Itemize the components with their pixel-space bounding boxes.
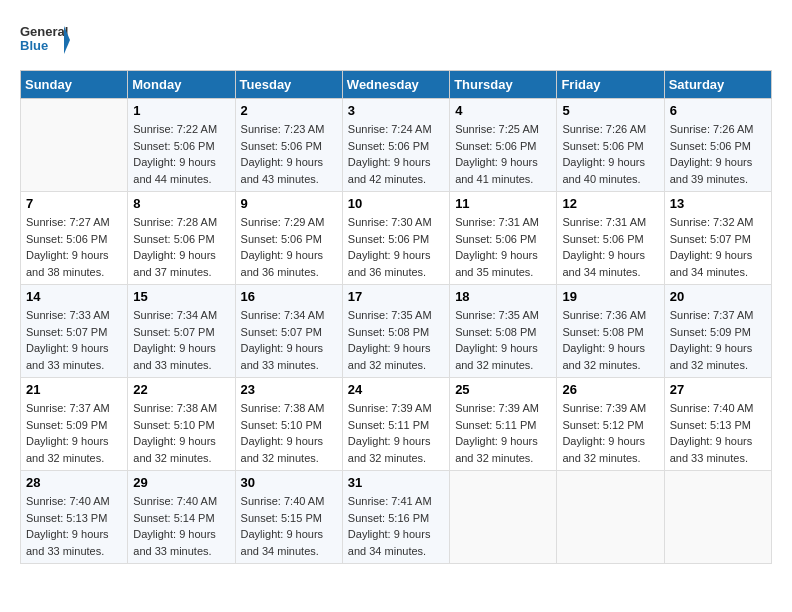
day-number: 25	[455, 382, 551, 397]
daylight-label: Daylight: 9 hours and 34 minutes.	[562, 249, 645, 278]
daylight-label: Daylight: 9 hours and 32 minutes.	[562, 342, 645, 371]
sunrise-label: Sunrise: 7:33 AM	[26, 309, 110, 321]
day-info: Sunrise: 7:38 AM Sunset: 5:10 PM Dayligh…	[133, 400, 229, 466]
day-number: 29	[133, 475, 229, 490]
sunrise-label: Sunrise: 7:31 AM	[562, 216, 646, 228]
day-cell: 26 Sunrise: 7:39 AM Sunset: 5:12 PM Dayl…	[557, 378, 664, 471]
day-info: Sunrise: 7:36 AM Sunset: 5:08 PM Dayligh…	[562, 307, 658, 373]
day-cell: 13 Sunrise: 7:32 AM Sunset: 5:07 PM Dayl…	[664, 192, 771, 285]
sunset-label: Sunset: 5:14 PM	[133, 512, 214, 524]
daylight-label: Daylight: 9 hours and 32 minutes.	[348, 435, 431, 464]
daylight-label: Daylight: 9 hours and 38 minutes.	[26, 249, 109, 278]
daylight-label: Daylight: 9 hours and 32 minutes.	[133, 435, 216, 464]
sunset-label: Sunset: 5:07 PM	[241, 326, 322, 338]
day-header-monday: Monday	[128, 71, 235, 99]
day-number: 20	[670, 289, 766, 304]
day-cell: 7 Sunrise: 7:27 AM Sunset: 5:06 PM Dayli…	[21, 192, 128, 285]
sunset-label: Sunset: 5:06 PM	[241, 233, 322, 245]
week-row-1: 1 Sunrise: 7:22 AM Sunset: 5:06 PM Dayli…	[21, 99, 772, 192]
week-row-5: 28 Sunrise: 7:40 AM Sunset: 5:13 PM Dayl…	[21, 471, 772, 564]
sunset-label: Sunset: 5:09 PM	[26, 419, 107, 431]
sunrise-label: Sunrise: 7:26 AM	[562, 123, 646, 135]
day-number: 7	[26, 196, 122, 211]
day-cell: 6 Sunrise: 7:26 AM Sunset: 5:06 PM Dayli…	[664, 99, 771, 192]
sunrise-label: Sunrise: 7:35 AM	[455, 309, 539, 321]
daylight-label: Daylight: 9 hours and 39 minutes.	[670, 156, 753, 185]
sunset-label: Sunset: 5:06 PM	[455, 233, 536, 245]
sunset-label: Sunset: 5:06 PM	[348, 140, 429, 152]
sunrise-label: Sunrise: 7:32 AM	[670, 216, 754, 228]
sunset-label: Sunset: 5:06 PM	[562, 140, 643, 152]
day-info: Sunrise: 7:26 AM Sunset: 5:06 PM Dayligh…	[670, 121, 766, 187]
day-number: 24	[348, 382, 444, 397]
daylight-label: Daylight: 9 hours and 33 minutes.	[133, 342, 216, 371]
daylight-label: Daylight: 9 hours and 43 minutes.	[241, 156, 324, 185]
daylight-label: Daylight: 9 hours and 32 minutes.	[562, 435, 645, 464]
sunrise-label: Sunrise: 7:29 AM	[241, 216, 325, 228]
sunrise-label: Sunrise: 7:27 AM	[26, 216, 110, 228]
sunset-label: Sunset: 5:15 PM	[241, 512, 322, 524]
sunset-label: Sunset: 5:06 PM	[455, 140, 536, 152]
daylight-label: Daylight: 9 hours and 32 minutes.	[241, 435, 324, 464]
sunset-label: Sunset: 5:10 PM	[241, 419, 322, 431]
daylight-label: Daylight: 9 hours and 35 minutes.	[455, 249, 538, 278]
day-header-wednesday: Wednesday	[342, 71, 449, 99]
daylight-label: Daylight: 9 hours and 41 minutes.	[455, 156, 538, 185]
day-info: Sunrise: 7:26 AM Sunset: 5:06 PM Dayligh…	[562, 121, 658, 187]
day-cell: 24 Sunrise: 7:39 AM Sunset: 5:11 PM Dayl…	[342, 378, 449, 471]
day-info: Sunrise: 7:40 AM Sunset: 5:14 PM Dayligh…	[133, 493, 229, 559]
day-number: 18	[455, 289, 551, 304]
daylight-label: Daylight: 9 hours and 32 minutes.	[348, 342, 431, 371]
day-number: 21	[26, 382, 122, 397]
day-cell	[450, 471, 557, 564]
daylight-label: Daylight: 9 hours and 34 minutes.	[241, 528, 324, 557]
daylight-label: Daylight: 9 hours and 32 minutes.	[26, 435, 109, 464]
sunset-label: Sunset: 5:11 PM	[348, 419, 429, 431]
sunset-label: Sunset: 5:13 PM	[670, 419, 751, 431]
sunset-label: Sunset: 5:08 PM	[562, 326, 643, 338]
day-headers-row: SundayMondayTuesdayWednesdayThursdayFrid…	[21, 71, 772, 99]
day-number: 2	[241, 103, 337, 118]
day-header-friday: Friday	[557, 71, 664, 99]
daylight-label: Daylight: 9 hours and 36 minutes.	[348, 249, 431, 278]
sunrise-label: Sunrise: 7:23 AM	[241, 123, 325, 135]
day-cell	[557, 471, 664, 564]
day-info: Sunrise: 7:38 AM Sunset: 5:10 PM Dayligh…	[241, 400, 337, 466]
day-number: 6	[670, 103, 766, 118]
day-number: 9	[241, 196, 337, 211]
sunset-label: Sunset: 5:06 PM	[133, 233, 214, 245]
daylight-label: Daylight: 9 hours and 32 minutes.	[455, 342, 538, 371]
sunrise-label: Sunrise: 7:31 AM	[455, 216, 539, 228]
sunrise-label: Sunrise: 7:25 AM	[455, 123, 539, 135]
day-number: 30	[241, 475, 337, 490]
logo-icon: General Blue	[20, 20, 70, 60]
sunrise-label: Sunrise: 7:39 AM	[455, 402, 539, 414]
sunrise-label: Sunrise: 7:28 AM	[133, 216, 217, 228]
day-info: Sunrise: 7:22 AM Sunset: 5:06 PM Dayligh…	[133, 121, 229, 187]
sunset-label: Sunset: 5:13 PM	[26, 512, 107, 524]
sunrise-label: Sunrise: 7:37 AM	[670, 309, 754, 321]
svg-text:General: General	[20, 24, 68, 39]
day-info: Sunrise: 7:39 AM Sunset: 5:11 PM Dayligh…	[455, 400, 551, 466]
day-header-sunday: Sunday	[21, 71, 128, 99]
day-header-saturday: Saturday	[664, 71, 771, 99]
day-info: Sunrise: 7:40 AM Sunset: 5:15 PM Dayligh…	[241, 493, 337, 559]
day-info: Sunrise: 7:30 AM Sunset: 5:06 PM Dayligh…	[348, 214, 444, 280]
sunrise-label: Sunrise: 7:37 AM	[26, 402, 110, 414]
day-number: 19	[562, 289, 658, 304]
day-info: Sunrise: 7:28 AM Sunset: 5:06 PM Dayligh…	[133, 214, 229, 280]
day-info: Sunrise: 7:29 AM Sunset: 5:06 PM Dayligh…	[241, 214, 337, 280]
sunset-label: Sunset: 5:06 PM	[26, 233, 107, 245]
sunrise-label: Sunrise: 7:40 AM	[133, 495, 217, 507]
day-cell: 22 Sunrise: 7:38 AM Sunset: 5:10 PM Dayl…	[128, 378, 235, 471]
svg-text:Blue: Blue	[20, 38, 48, 53]
day-cell: 10 Sunrise: 7:30 AM Sunset: 5:06 PM Dayl…	[342, 192, 449, 285]
day-number: 3	[348, 103, 444, 118]
day-info: Sunrise: 7:40 AM Sunset: 5:13 PM Dayligh…	[670, 400, 766, 466]
day-number: 27	[670, 382, 766, 397]
sunset-label: Sunset: 5:07 PM	[670, 233, 751, 245]
day-info: Sunrise: 7:27 AM Sunset: 5:06 PM Dayligh…	[26, 214, 122, 280]
day-number: 4	[455, 103, 551, 118]
page-header: General Blue	[20, 20, 772, 60]
sunset-label: Sunset: 5:07 PM	[26, 326, 107, 338]
